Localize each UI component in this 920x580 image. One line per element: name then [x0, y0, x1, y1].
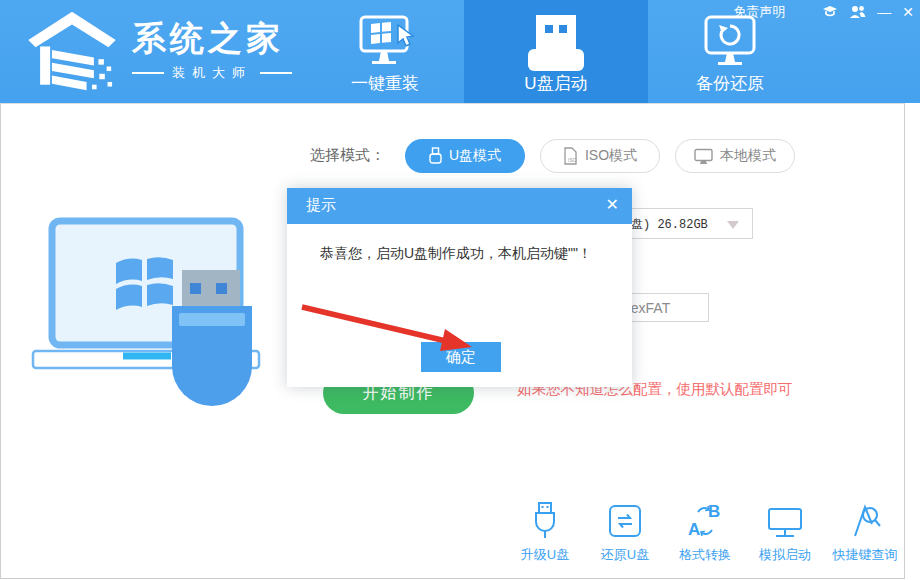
reinstall-monitor-icon — [354, 13, 416, 75]
tab-label: 备份还原 — [649, 72, 811, 95]
mode-label: 本地模式 — [720, 147, 776, 165]
hotkey-query-icon — [825, 498, 905, 540]
simulate-boot-icon — [745, 498, 825, 540]
tool-format-convert[interactable]: A B 格式转换 — [665, 498, 745, 564]
tool-upgrade-usb[interactable]: 升级U盘 — [505, 498, 585, 564]
upgrade-usb-icon — [505, 498, 585, 540]
iso-file-icon: ISO — [563, 147, 578, 165]
dialog-title: 提示 — [306, 196, 336, 215]
customer-service-icon[interactable] — [822, 5, 838, 20]
mode-local-button[interactable]: 本地模式 — [675, 139, 795, 173]
svg-text:A: A — [688, 520, 700, 539]
user-group-icon[interactable] — [849, 5, 866, 19]
minimize-button[interactable]: — — [877, 3, 891, 21]
hint-dialog: 提示 ✕ 恭喜您，启动U盘制作成功，本机启动键""！ 确定 — [287, 188, 632, 387]
format-convert-icon: A B — [665, 498, 745, 540]
dialog-close-icon[interactable]: ✕ — [606, 195, 619, 214]
mode-usb-button[interactable]: U盘模式 — [405, 139, 525, 173]
close-button[interactable]: ✕ — [902, 3, 914, 21]
format-value: exFAT — [631, 300, 670, 316]
app-window: 系统之家 装机大师 — [0, 0, 920, 580]
laptop-usb-illustration — [30, 213, 270, 422]
usb-mode-icon — [429, 147, 442, 165]
brand-title: 系统之家 — [132, 20, 292, 56]
mode-label: ISO模式 — [585, 147, 637, 165]
tool-label: 还原U盘 — [585, 546, 665, 564]
tool-label: 格式转换 — [665, 546, 745, 564]
usb-drive-icon — [526, 13, 586, 75]
restore-monitor-icon — [699, 13, 761, 75]
tool-label: 模拟启动 — [745, 546, 825, 564]
dialog-titlebar: 提示 ✕ — [287, 188, 632, 224]
house-logo-icon — [26, 10, 118, 92]
tool-label: 升级U盘 — [505, 546, 585, 564]
window-controls: 免责声明 — ✕ — [733, 3, 914, 21]
brand-subtitle: 装机大师 — [132, 64, 292, 82]
restore-usb-icon — [585, 498, 665, 540]
svg-text:ISO: ISO — [568, 157, 577, 163]
bottom-toolbar: 升级U盘 还原U盘 A B — [505, 498, 905, 564]
svg-text:B: B — [708, 502, 720, 521]
local-monitor-icon — [694, 148, 713, 165]
dialog-message: 恭喜您，启动U盘制作成功，本机启动键""！ — [320, 245, 592, 263]
tab-label: U盘启动 — [464, 72, 648, 95]
tool-restore-usb[interactable]: 还原U盘 — [585, 498, 665, 564]
brand-logo: 系统之家 装机大师 — [26, 10, 292, 92]
subtitle-right-line — [260, 72, 292, 74]
header-bar: 系统之家 装机大师 — [0, 0, 920, 103]
mode-iso-button[interactable]: ISO ISO模式 — [540, 139, 660, 173]
mode-label: U盘模式 — [449, 147, 501, 165]
disclaimer-link[interactable]: 免责声明 — [733, 3, 785, 21]
tab-one-key-reinstall[interactable]: 一键重装 — [325, 0, 445, 103]
subtitle-left-line — [132, 72, 164, 74]
dropdown-arrow-icon — [727, 221, 739, 229]
tool-label: 快捷键查询 — [825, 546, 905, 564]
tool-hotkey-query[interactable]: 快捷键查询 — [825, 498, 905, 564]
tab-label: 一键重装 — [325, 72, 445, 95]
dialog-ok-button[interactable]: 确定 — [421, 342, 501, 372]
tool-simulate-boot[interactable]: 模拟启动 — [745, 498, 825, 564]
tab-usb-boot[interactable]: U盘启动 — [464, 0, 648, 103]
mode-select-label: 选择模式： — [310, 146, 385, 165]
usb-drive-dropdown-value: 盘) 26.82GB — [631, 216, 708, 233]
